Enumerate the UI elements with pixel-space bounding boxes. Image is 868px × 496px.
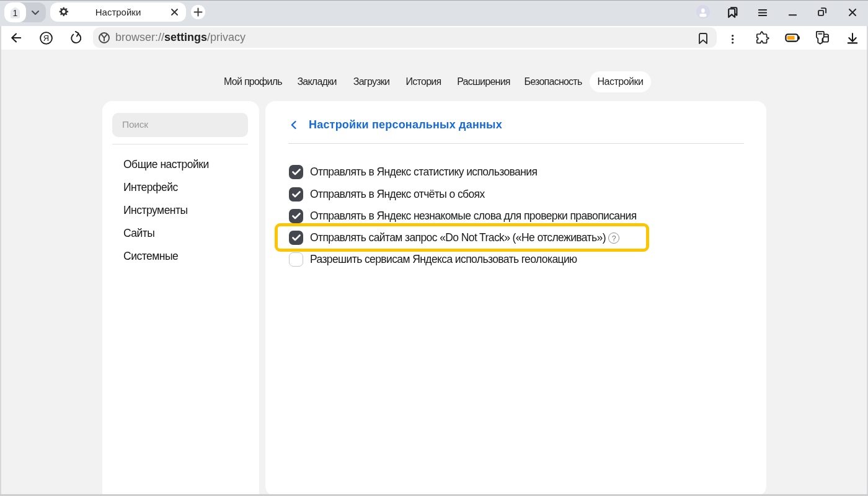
svg-text:1: 1: [13, 7, 18, 17]
svg-text:Я: Я: [43, 33, 49, 43]
